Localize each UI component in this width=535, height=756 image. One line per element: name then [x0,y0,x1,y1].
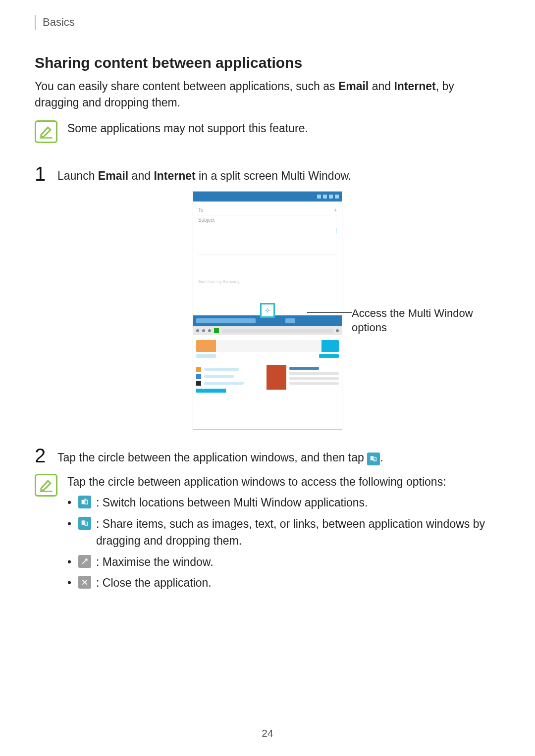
app-name-internet: Internet [154,169,195,182]
email-compose-area: To+ Subject | Sent from my Samsung [193,202,342,288]
intro-paragraph: You can easily share content between app… [35,78,500,111]
svg-rect-1 [82,500,84,504]
step-1: 1 Launch Email and Internet in a split s… [35,163,500,185]
note-block: Some applications may not support this f… [35,120,500,143]
svg-rect-0 [371,456,374,460]
app-name-internet: Internet [394,80,435,93]
note-icon [35,474,57,497]
svg-rect-3 [82,520,85,524]
note-content: Tap the circle between application windo… [67,474,500,596]
option-switch: : Switch locations between Multi Window … [67,494,500,511]
text: . [380,451,383,464]
status-bar-top [193,192,342,202]
device-screenshot: To+ Subject | Sent from my Samsung [193,191,342,430]
switch-windows-icon [78,496,91,508]
text: Tap the circle between the application w… [57,451,367,464]
section-label: Basics [43,16,75,28]
options-lead: Tap the circle between application windo… [67,474,500,490]
page-title: Sharing content between applications [35,54,500,71]
text: : Close the application. [96,574,212,592]
text: : Maximise the window. [96,554,213,571]
share-drag-icon [78,517,91,530]
manual-page: Basics Sharing content between applicati… [0,0,535,756]
option-close: : Close the application. [67,574,500,592]
multiwindow-handle-icon [260,303,275,318]
breadcrumb: Basics [35,15,500,30]
text: : Share items, such as images, text, or … [96,515,500,550]
text: You can easily share content between app… [35,80,338,93]
text: : Switch locations between Multi Window … [96,494,368,511]
figure: To+ Subject | Sent from my Samsung [35,191,500,430]
note-text: Some applications may not support this f… [67,120,500,137]
maximise-icon [78,555,91,568]
note-block-options: Tap the circle between application windo… [35,474,500,596]
app-name-email: Email [98,169,128,182]
step-2: 2 Tap the circle between the application… [35,445,500,467]
figure-callout: Access the Multi Window options [352,306,500,335]
note-icon [35,120,57,143]
step-number: 2 [35,445,49,467]
browser-url-bar [193,326,342,335]
browser-area [193,315,342,429]
options-list: : Switch locations between Multi Window … [67,494,500,592]
share-drag-icon [367,453,380,465]
page-number: 24 [0,727,535,739]
step-text: Launch Email and Internet in a split scr… [57,163,500,184]
close-icon [78,576,91,589]
browser-content [193,335,342,396]
text: and [128,169,154,182]
text: Launch [57,169,98,182]
svg-rect-2 [85,500,88,504]
text: in a split screen Multi Window. [196,169,351,182]
option-share: : Share items, such as images, text, or … [67,515,500,550]
step-number: 1 [35,163,49,185]
option-maximise: : Maximise the window. [67,554,500,571]
app-name-email: Email [338,80,369,93]
text: and [369,80,394,93]
step-text: Tap the circle between the application w… [57,445,500,466]
